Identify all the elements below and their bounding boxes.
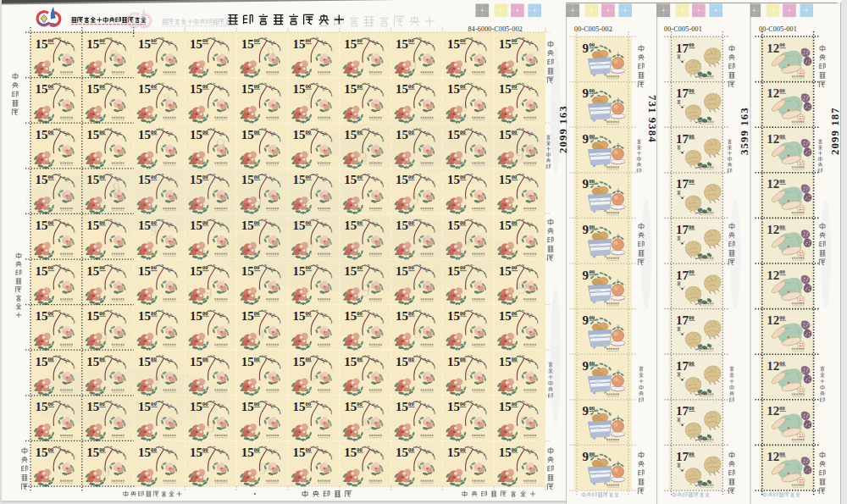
svg-text:9: 9	[216, 134, 225, 155]
svg-text:2099 187: 2099 187	[829, 107, 841, 155]
svg-text:9: 9	[520, 411, 529, 432]
svg-text:9: 9	[305, 89, 311, 102]
svg-text:00-C005-002: 00-C005-002	[574, 25, 612, 33]
svg-text:9: 9	[310, 372, 316, 385]
svg-text:9: 9	[257, 327, 264, 344]
svg-text:9: 9	[102, 463, 110, 480]
svg-text:9: 9	[110, 47, 118, 64]
svg-text:84-6000-C005-002: 84-6000-C005-002	[468, 25, 523, 33]
svg-text:3599 163: 3599 163	[739, 107, 750, 155]
svg-text:9: 9	[412, 191, 419, 208]
svg-text:9: 9	[203, 282, 213, 303]
svg-text:9: 9	[462, 102, 468, 114]
svg-text:00-C005-001: 00-C005-001	[664, 25, 702, 33]
svg-text:9: 9	[259, 461, 267, 478]
svg-text:00-C005-001: 00-C005-001	[759, 25, 797, 33]
svg-text:9: 9	[467, 369, 473, 382]
svg-text:731 9384: 731 9384	[646, 95, 658, 143]
svg-text:9: 9	[417, 458, 424, 475]
svg-text:9: 9	[414, 324, 422, 341]
svg-text:9: 9	[363, 413, 373, 435]
svg-text:9: 9	[163, 91, 169, 104]
svg-text:9: 9	[409, 58, 417, 75]
svg-text:9: 9	[518, 277, 527, 298]
svg-text:9: 9	[206, 416, 215, 437]
svg-text:9: 9	[100, 330, 108, 346]
svg-text:9: 9	[267, 45, 274, 62]
